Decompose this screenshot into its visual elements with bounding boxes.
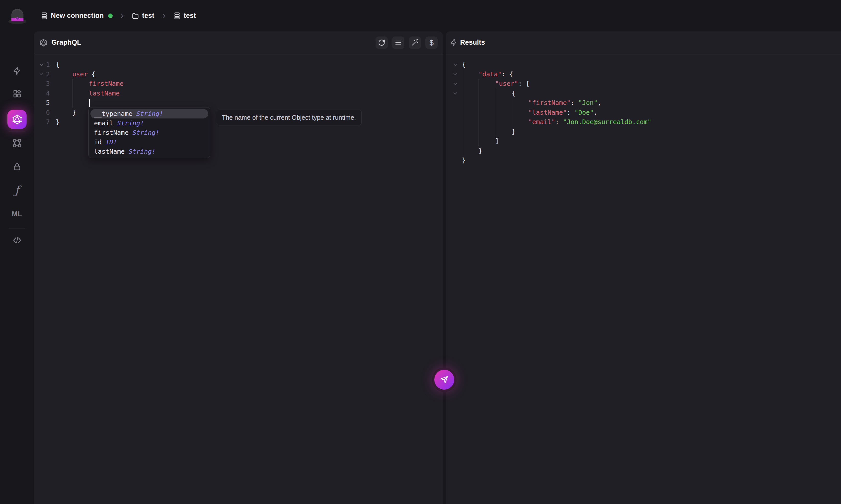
run-query-button[interactable] (432, 367, 457, 392)
text-cursor (89, 99, 90, 107)
send-icon (440, 375, 449, 384)
namespace-label: test (142, 12, 154, 20)
line-number: 7 (44, 118, 50, 126)
results-panel-header: Results (446, 31, 841, 54)
code-line: 2user { (34, 69, 443, 79)
database-label: test (184, 12, 196, 20)
line-number: 4 (44, 90, 50, 97)
chevron-right-icon (160, 13, 167, 19)
breadcrumb-database[interactable]: test (173, 12, 196, 20)
sidebar-divider (9, 229, 25, 229)
line-number: 3 (44, 80, 50, 87)
lines-icon (395, 39, 402, 47)
line-number: 2 (44, 70, 50, 78)
fold-toggle-icon[interactable] (38, 73, 44, 75)
code-line: 4lastName (34, 89, 443, 98)
surrealist-logo (7, 7, 28, 24)
line-number: 1 (44, 61, 50, 68)
connection-stack-icon (40, 12, 48, 20)
autocomplete-tooltip: The name of the current Object type at r… (216, 110, 362, 125)
database-stack-icon (173, 12, 181, 20)
folder-icon (132, 12, 139, 20)
sidebar-item-query[interactable] (0, 66, 34, 75)
graphql-icon (12, 114, 23, 125)
code-line: "user": [ (446, 79, 841, 89)
code-icon (13, 236, 22, 245)
code-line: } (446, 146, 841, 156)
refresh-button[interactable] (375, 37, 388, 49)
results-panel: Results {"data": {"user": [{"firstName":… (446, 31, 841, 504)
fold-toggle-icon[interactable] (452, 83, 458, 85)
zap-icon (13, 66, 21, 75)
fold-toggle-icon[interactable] (452, 73, 458, 75)
sidebar: ƒ ML (0, 31, 34, 504)
fold-toggle-icon[interactable] (452, 63, 458, 66)
line-number: 6 (44, 109, 50, 116)
code-line: "email": "Jon.Doe@surrealdb.com" (446, 117, 841, 127)
autocomplete-item[interactable]: firstNameString! (90, 128, 208, 137)
graphql-panel: GraphQL $ 1{2user {3firstName4lastName56… (34, 31, 443, 504)
autocomplete-item[interactable]: __typenameString! (90, 109, 208, 119)
line-number: 5 (44, 99, 50, 106)
breadcrumb: New connection test test (40, 0, 196, 31)
lock-icon (13, 162, 21, 171)
code-line: 1{ (34, 60, 443, 69)
code-line: "firstName": "Jon", (446, 98, 841, 108)
code-line: 5 (34, 98, 443, 108)
graphql-panel-header: GraphQL $ (34, 31, 443, 54)
wand-icon (411, 39, 419, 47)
breadcrumb-namespace[interactable]: test (132, 12, 154, 20)
autocomplete-dropdown: __typenameString!emailString!firstNameSt… (88, 107, 210, 158)
function-icon: ƒ (15, 185, 19, 196)
connection-label: New connection (51, 12, 104, 20)
code-line: 3firstName (34, 79, 443, 89)
sidebar-item-functions[interactable]: ƒ (0, 185, 34, 196)
panel-resize-handle[interactable] (443, 31, 446, 504)
refresh-icon (378, 39, 386, 47)
autocomplete-item[interactable]: lastNameString! (90, 147, 208, 156)
zap-icon (450, 39, 458, 47)
code-line: "lastName": "Doe", (446, 108, 841, 118)
graphql-title-icon (39, 38, 48, 47)
autocomplete-item[interactable]: emailString! (90, 119, 208, 128)
sidebar-divider (9, 131, 25, 132)
nodes-icon (13, 139, 22, 148)
autocomplete-item[interactable]: idID! (90, 137, 208, 147)
variables-button[interactable]: $ (425, 37, 438, 49)
connection-status-dot (108, 14, 113, 18)
fold-toggle-icon[interactable] (38, 63, 44, 66)
sidebar-item-designer[interactable] (0, 139, 34, 148)
code-line: } (446, 127, 841, 137)
results-viewer: {"data": {"user": [{"firstName": "Jon","… (446, 54, 841, 165)
code-line: { (446, 89, 841, 98)
sidebar-item-api-docs[interactable] (0, 236, 34, 245)
dollar-icon: $ (430, 38, 434, 47)
graphql-panel-title: GraphQL (51, 39, 81, 47)
fold-toggle-icon[interactable] (452, 92, 458, 94)
sidebar-item-models[interactable]: ML (0, 210, 34, 218)
breadcrumb-connection[interactable]: New connection (40, 12, 113, 20)
code-line: ] (446, 136, 841, 146)
code-line: { (446, 60, 841, 69)
topbar: New connection test test (0, 0, 841, 31)
sidebar-item-authentication[interactable] (0, 162, 34, 171)
sidebar-item-explorer[interactable] (0, 89, 34, 98)
code-line: "data": { (446, 69, 841, 79)
chevron-right-icon (119, 13, 125, 19)
infer-button[interactable] (409, 37, 421, 49)
code-line: } (446, 156, 841, 165)
results-panel-title: Results (460, 39, 485, 47)
run-button-circle (434, 370, 454, 390)
ml-icon: ML (12, 210, 22, 218)
format-button[interactable] (392, 37, 404, 49)
graphql-toolbar: $ (375, 37, 438, 49)
grid-icon (13, 89, 21, 98)
sidebar-item-graphql[interactable] (7, 110, 27, 129)
